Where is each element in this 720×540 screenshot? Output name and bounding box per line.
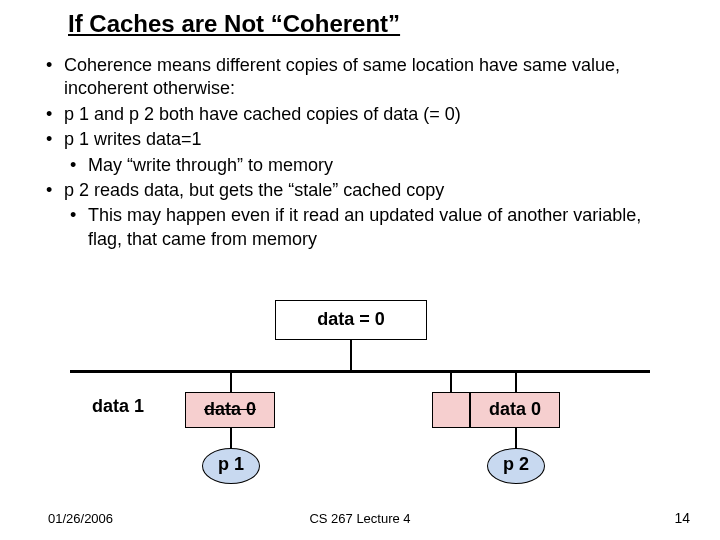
cache-right-label: data 0 [489, 399, 541, 419]
footer-lecture: CS 267 Lecture 4 [0, 511, 720, 526]
bullet-3a: May “write through” to memory [40, 154, 680, 177]
coherence-diagram: data = 0 data 1 data 0 data 0 p 1 p 2 [60, 300, 660, 490]
bus-line [70, 370, 650, 373]
cache-right-extra-cell [432, 392, 470, 428]
cache-right: data 0 [470, 392, 560, 428]
cache-stem-right [515, 372, 517, 392]
slide-title: If Caches are Not “Coherent” [68, 10, 400, 38]
bullet-1: Coherence means different copies of same… [40, 54, 680, 101]
cache-stem-left [230, 372, 232, 392]
processor-p1: p 1 [202, 448, 260, 484]
memory-box: data = 0 [275, 300, 427, 340]
slide: If Caches are Not “Coherent” Coherence m… [0, 0, 720, 540]
bullet-4: p 2 reads data, but gets the “stale” cac… [40, 179, 680, 202]
bullet-2: p 1 and p 2 both have cached copies of d… [40, 103, 680, 126]
bullet-list: Coherence means different copies of same… [40, 54, 680, 253]
proc-stem-right [515, 428, 517, 448]
memory-stem [350, 340, 352, 370]
bullet-3: p 1 writes data=1 [40, 128, 680, 151]
cache-left-label: data 0 [204, 399, 256, 419]
processor-p2: p 2 [487, 448, 545, 484]
cache-stem-right-extra [450, 372, 452, 392]
footer-slide-number: 14 [674, 510, 690, 526]
proc-stem-left [230, 428, 232, 448]
bullet-4a: This may happen even if it read an updat… [40, 204, 680, 251]
new-value-label: data 1 [92, 396, 144, 417]
cache-left: data 0 [185, 392, 275, 428]
